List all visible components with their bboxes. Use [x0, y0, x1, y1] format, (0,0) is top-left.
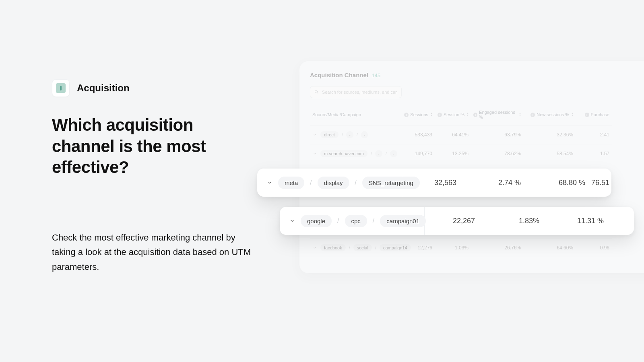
cell-session-pct: 1.83% [475, 217, 539, 225]
svg-line-1 [317, 93, 318, 93]
chip-medium: display [318, 177, 349, 189]
cell-new-pct: 76.51 [585, 179, 609, 187]
chip-medium: social [353, 244, 372, 251]
col-engaged-pct[interactable]: iEngaged sessions %▴▾ [471, 104, 523, 125]
cell-purchase: 1.57 [576, 144, 612, 163]
sort-icon: ▴▾ [431, 113, 432, 117]
cell-engaged-pct: 11.31 % [539, 217, 604, 225]
col-new-pct[interactable]: iNew sessions %▴▾ [523, 104, 576, 125]
cell-sessions: 32,563 [402, 179, 456, 187]
cell-sessions: 149,770 [398, 144, 435, 163]
cell-engaged-pct: 78.62% [471, 144, 523, 163]
col-purchase[interactable]: iPurchase [576, 104, 612, 125]
cell-session-pct: 13.25% [435, 144, 471, 163]
svg-point-0 [315, 90, 317, 93]
cell-session-pct: 64.41% [435, 125, 471, 144]
chevron-down-icon[interactable] [312, 152, 317, 156]
chevron-down-icon[interactable] [312, 246, 317, 250]
panel-count: 145 [372, 72, 380, 78]
sort-icon: ▴▾ [467, 113, 469, 117]
table-row[interactable]: direct/-/- [310, 125, 398, 144]
chip-campaign: - [390, 150, 397, 157]
acquisition-icon [52, 79, 70, 97]
cell-engaged-pct: 68.80 % [521, 179, 585, 187]
chip-source: meta [278, 177, 304, 189]
chip-source: m.search.naver.com [320, 150, 367, 157]
search-input-wrap[interactable] [310, 86, 402, 98]
chip-source: google [301, 215, 332, 227]
chevron-down-icon[interactable] [289, 218, 295, 224]
col-source[interactable]: Source/Media/Campaign [310, 104, 398, 125]
chip-medium: - [375, 150, 382, 157]
cell-sessions: 22,267 [425, 217, 475, 225]
chip-medium: - [346, 131, 353, 138]
info-icon: i [530, 113, 535, 117]
cell-new-pct: 32.36% [523, 125, 576, 144]
cell-new-pct: 64.60% [523, 238, 576, 257]
sort-icon: ▴▾ [519, 113, 521, 117]
highlight-row-meta[interactable]: meta / display / SNS_retargeting 32,563 … [257, 169, 611, 197]
body-copy: Check the most effective marketing chann… [52, 230, 257, 275]
cell-new-pct: 58.54% [523, 144, 576, 163]
chip-source: direct [320, 131, 339, 138]
chip-campaign: campaign01 [380, 215, 426, 227]
cell-engaged-pct: 26.76% [471, 238, 523, 257]
cell-engaged-pct: 63.79% [471, 125, 523, 144]
cell-purchase: 2.41 [576, 125, 612, 144]
table-row[interactable]: m.search.naver.com/-/- [310, 144, 398, 163]
cell-sessions: 533,433 [398, 125, 435, 144]
info-icon: i [473, 113, 477, 117]
info-icon: i [585, 113, 589, 117]
cell-session-pct: 1.03% [435, 238, 471, 257]
search-icon [314, 90, 319, 95]
panel-title: Acquisition Channel [310, 72, 368, 78]
acquisition-panel: Acquisition Channel 145 Source/Media/Cam… [299, 61, 644, 273]
cell-sessions: 12,276 [398, 238, 435, 257]
info-icon: i [438, 113, 442, 117]
chip-source: facebook [320, 244, 346, 251]
col-session-pct[interactable]: iSession %▴▾ [435, 104, 471, 125]
chip-medium: cpc [345, 215, 367, 227]
col-sessions[interactable]: iSessions▴▾ [398, 104, 435, 125]
cell-purchase: 0.96 [576, 238, 612, 257]
cell-session-pct: 2.74 % [456, 179, 521, 187]
highlight-row-google[interactable]: google / cpc / campaign01 22,267 1.83% 1… [280, 207, 634, 235]
chevron-down-icon[interactable] [312, 133, 317, 137]
headline: Which acquisition channel is the most ef… [52, 115, 257, 178]
search-input[interactable] [322, 90, 397, 95]
sort-icon: ▴▾ [572, 113, 573, 117]
section-label: Acquisition [77, 82, 130, 94]
chip-campaign: - [361, 131, 368, 138]
table-row[interactable]: facebook/social/campaign14 [310, 238, 398, 257]
info-icon: i [404, 113, 409, 117]
chevron-down-icon[interactable] [267, 180, 272, 185]
